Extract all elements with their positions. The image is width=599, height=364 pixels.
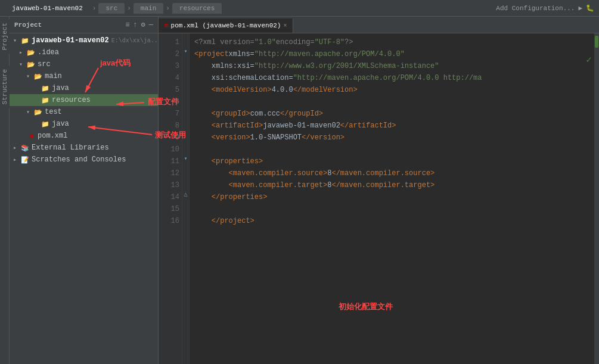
- app-window: javaweb-01-maven02 › src › main › resour…: [0, 0, 599, 364]
- code-line-5: <modelVersion>4.0.0</modelVersion>: [194, 85, 589, 97]
- code-token: "http://maven.apache.org/POM/4.0.0": [255, 49, 405, 60]
- code-line-13: <maven.compiler.target>8</maven.compiler…: [194, 180, 589, 192]
- tree-item-scratches[interactable]: ▸ 📝 Scratches and Consoles: [10, 154, 158, 166]
- fold-4: [182, 69, 189, 81]
- line-num-14: 14: [161, 192, 179, 204]
- code-line-11: <properties>: [194, 156, 589, 168]
- line-num-10: 10: [161, 144, 179, 156]
- tree-container: ▾ 📁 javaweb-01-maven02 E:\dx\xx\ja... ▸ …: [10, 33, 158, 364]
- tree-arrow-src: ▾: [19, 61, 26, 68]
- fold-9: [182, 129, 189, 141]
- breadcrumb-resources[interactable]: resources: [172, 3, 222, 14]
- code-editor[interactable]: 1 2 3 4 5 6 7 8 9 10 11 12 13 14 15 16: [159, 33, 599, 364]
- code-token: 8: [327, 168, 331, 179]
- main-layout: Project Structure Project ≡ ↑ ⚙ — ▾ 📁 ja: [0, 17, 599, 364]
- tree-item-test[interactable]: ▾ 📂 test: [10, 106, 158, 118]
- scratches-icon: 📝: [20, 155, 30, 164]
- code-token: <properties>: [194, 156, 263, 167]
- folder-icon-java-test: 📁: [41, 120, 50, 128]
- fold-15: [182, 200, 189, 212]
- line-num-13: 13: [161, 180, 179, 192]
- debug-btn[interactable]: 🐛: [586, 4, 594, 12]
- tree-label-scratches: Scratches and Consoles: [32, 155, 126, 164]
- code-token: "http://www.w3.org/2001/XMLSchema-instan…: [255, 61, 439, 72]
- line-num-6: 6: [161, 97, 179, 108]
- minimize-icon[interactable]: —: [149, 21, 153, 29]
- line-numbers: 1 2 3 4 5 6 7 8 9 10 11 12 13 14 15 16: [159, 33, 182, 364]
- code-token: <version>: [194, 132, 250, 144]
- fold-7: [182, 105, 189, 117]
- code-line-1: <?xml version="1.0" encoding="UTF-8"?>: [194, 37, 589, 49]
- fold-5: [182, 81, 189, 93]
- code-token: </maven.compiler.target>: [331, 180, 434, 191]
- folder-icon-src: 📂: [26, 60, 36, 69]
- sync-icon[interactable]: ≡: [125, 21, 129, 29]
- tree-item-idea[interactable]: ▸ 📂 .idea: [10, 46, 158, 58]
- code-token: </version>: [302, 132, 344, 144]
- editor-tab-pom[interactable]: m pom.xml (javaweb-01-maven02) ×: [159, 18, 293, 33]
- structure-tab[interactable]: Structure: [0, 66, 10, 108]
- code-token: <modelVersion>: [194, 85, 272, 96]
- maven-icon-pom: m: [26, 132, 36, 140]
- title-bar: javaweb-01-maven02 › src › main › resour…: [0, 0, 599, 17]
- code-line-12: <maven.compiler.source>8</maven.compiler…: [194, 168, 589, 180]
- breadcrumb-src[interactable]: src: [98, 3, 125, 14]
- left-sidebar: Project Structure: [0, 17, 10, 364]
- tree-label-main: main: [45, 72, 62, 80]
- tree-item-src[interactable]: ▾ 📂 src: [10, 58, 158, 70]
- fold-8: [182, 117, 189, 129]
- tree-item-resources[interactable]: 📁 resources: [10, 94, 158, 106]
- fold-gutter: ▾ ▾ △: [182, 33, 190, 364]
- breadcrumb-project[interactable]: javaweb-01-maven02: [5, 3, 90, 14]
- code-line-7: <groupId>com.ccc</groupId>: [194, 108, 589, 120]
- panel-title: Project: [14, 21, 42, 29]
- tab-close-btn[interactable]: ×: [283, 23, 287, 29]
- tree-label-pom: pom.xml: [38, 132, 67, 140]
- tree-arrow-test: ▾: [26, 108, 33, 116]
- editor-tabs: m pom.xml (javaweb-01-maven02) ×: [159, 17, 599, 33]
- tree-item-root[interactable]: ▾ 📁 javaweb-01-maven02 E:\dx\xx\ja...: [10, 35, 158, 46]
- panel-header: Project ≡ ↑ ⚙ —: [10, 17, 158, 33]
- code-line-2: <project xmlns="http://maven.apache.org/…: [194, 49, 589, 61]
- code-token: xsi:schemaLocation=: [194, 73, 293, 84]
- code-line-14: </properties>: [194, 192, 589, 204]
- fold-11[interactable]: ▾: [182, 153, 189, 164]
- run-btn[interactable]: ▶: [578, 4, 582, 12]
- tree-label-extlibs: External Libraries: [32, 144, 109, 152]
- right-scrollbar[interactable]: [594, 33, 599, 364]
- add-configuration-btn[interactable]: Add Configuration...: [496, 5, 575, 12]
- line-num-9: 9: [161, 132, 179, 144]
- tree-label-resources: resources: [52, 96, 91, 104]
- line-num-3: 3: [161, 61, 179, 73]
- tree-arrow-scratches: ▸: [13, 156, 20, 163]
- fold-14[interactable]: △: [182, 188, 189, 200]
- fold-2[interactable]: ▾: [182, 45, 189, 57]
- line-num-12: 12: [161, 168, 179, 180]
- code-line-6: [194, 97, 589, 108]
- tree-label-root: javaweb-01-maven02: [32, 36, 109, 45]
- tree-item-pomxml[interactable]: m pom.xml: [10, 130, 158, 142]
- code-line-15: [194, 204, 589, 216]
- folder-icon-test: 📂: [33, 108, 43, 116]
- fold-3: [182, 57, 189, 69]
- code-token: </groupId>: [280, 108, 323, 120]
- tree-item-main[interactable]: ▾ 📂 main: [10, 70, 158, 82]
- tree-arrow-main: ▾: [26, 73, 33, 80]
- line-num-1: 1: [161, 37, 179, 49]
- code-token: javaweb-01-maven02: [263, 120, 340, 132]
- code-token: xmlns:xsi=: [194, 61, 255, 72]
- tree-item-extlibs[interactable]: ▸ 📚 External Libraries: [10, 142, 158, 154]
- code-token: com.ccc: [250, 108, 280, 120]
- tree-label-src: src: [38, 60, 51, 69]
- checkmark-indicator: ✓: [586, 54, 592, 66]
- project-panel: Project ≡ ↑ ⚙ — ▾ 📁 javaweb-01-maven02 E…: [10, 17, 159, 364]
- code-line-8: <artifactId>javaweb-01-maven02</artifact…: [194, 120, 589, 132]
- code-line-3: xmlns:xsi="http://www.w3.org/2001/XMLSch…: [194, 61, 589, 73]
- collapse-icon[interactable]: ↑: [133, 21, 137, 29]
- tree-item-java-test[interactable]: 📁 java: [10, 118, 158, 130]
- tree-item-java-main[interactable]: 📁 java: [10, 82, 158, 94]
- project-tab[interactable]: Project: [0, 19, 10, 54]
- code-content[interactable]: <?xml version="1.0" encoding="UTF-8"?> <…: [190, 33, 594, 364]
- settings-icon[interactable]: ⚙: [141, 20, 145, 29]
- breadcrumb-main[interactable]: main: [134, 3, 163, 14]
